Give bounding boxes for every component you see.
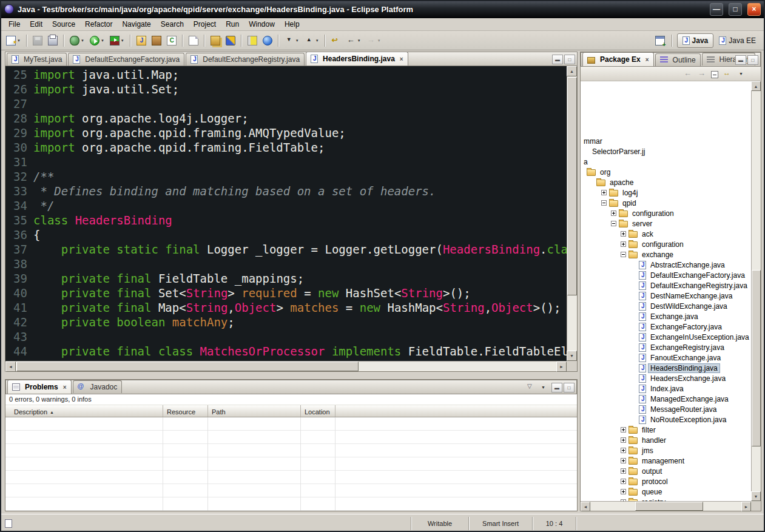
tree-item-managedexchange-java[interactable]: ManagedExchange.java [581,394,751,404]
tree-item-registry[interactable]: registry [581,497,751,501]
run-button[interactable]: ▼ [87,33,107,48]
open-type-button[interactable] [186,33,201,48]
next-annotation-button[interactable]: ▼ [282,33,302,48]
tree-item-fanoutexchange-java[interactable]: FanoutExchange.java [581,352,751,363]
scroll-up-button[interactable]: ▲ [567,66,577,76]
view-menu-icon[interactable] [736,69,746,79]
tree-item-apache[interactable]: apache [581,177,751,187]
open-perspective-button[interactable] [653,33,667,48]
editor-tab-headersbinding-java[interactable]: HeadersBinding.java× [306,52,408,66]
search-button[interactable] [223,33,238,48]
column-header-description[interactable]: Description▲ [5,405,163,417]
menu-item-search[interactable]: Search [156,19,189,30]
perspective-java[interactable]: Java [677,33,714,48]
menu-item-edit[interactable]: Edit [25,19,47,30]
tree-item-output[interactable]: output [581,466,751,476]
tree-item-exchangeinuseexception-java[interactable]: ExchangeInUseException.java [581,332,751,342]
column-header-location[interactable]: Location [301,405,335,417]
tree-item-management[interactable]: management [581,456,751,466]
tree-item-destwildexchange-java[interactable]: DestWildExchange.java [581,301,751,311]
column-header-path[interactable]: Path [208,405,301,417]
minimize-view-button[interactable]: ▬ [552,55,563,64]
expand-icon[interactable] [621,468,626,474]
web-browser-button[interactable] [260,33,275,48]
menu-item-source[interactable]: Source [47,19,80,30]
close-icon[interactable]: × [400,56,403,62]
last-edit-location-button[interactable] [329,33,343,48]
save-button[interactable] [30,33,45,48]
editor-vertical-scrollbar[interactable]: ▲ ▼ [567,66,577,361]
menu-item-help[interactable]: Help [280,19,305,30]
view-tab-package-ex[interactable]: Package Ex× [582,52,654,66]
collapse-icon[interactable] [621,252,626,257]
menu-item-navigate[interactable]: Navigate [117,19,155,30]
tree-item-exchangeregistry-java[interactable]: ExchangeRegistry.java [581,342,751,352]
tree-item-abstractexchange-java[interactable]: AbstractExchange.java [581,260,751,270]
tree-item-ack[interactable]: ack [581,229,751,239]
tree-vertical-scrollbar[interactable]: ▲ ▼ [751,81,761,501]
new-class-button[interactable] [164,33,179,48]
menu-item-project[interactable]: Project [189,19,221,30]
back-button[interactable]: ▼ [344,33,363,48]
scroll-right-button[interactable]: ► [741,502,751,511]
editor-horizontal-scrollbar[interactable]: ◄ ► [5,361,567,371]
view-menu-icon[interactable] [539,383,548,392]
horizontal-scrollbar-thumb[interactable] [635,502,703,511]
tree-item-exchangefactory-java[interactable]: ExchangeFactory.java [581,322,751,332]
tree-item-handler[interactable]: handler [581,435,751,445]
problems-tab-javadoc[interactable]: Javadoc [73,380,123,393]
menu-item-file[interactable]: File [4,19,25,30]
print-button[interactable] [45,33,60,48]
tree-item-defaultexchangeregistry-java[interactable]: DefaultExchangeRegistry.java [581,280,751,291]
expand-icon[interactable] [621,448,626,453]
column-header-resource[interactable]: Resource [163,405,208,417]
maximize-view-button[interactable]: □ [564,383,575,392]
tree-item-destnameexchange-java[interactable]: DestNameExchange.java [581,291,751,301]
tree-item-exchange-java[interactable]: Exchange.java [581,311,751,322]
maximize-view-button[interactable]: □ [564,55,575,64]
expand-icon[interactable] [621,427,626,433]
tree-item-headersbinding-java[interactable]: HeadersBinding.java [581,363,751,373]
scroll-up-button[interactable]: ▲ [751,81,761,91]
filter-icon[interactable] [526,383,536,392]
tree-item-protocol[interactable]: protocol [581,476,751,487]
expand-icon[interactable] [621,489,626,494]
scroll-right-button[interactable]: ► [556,362,567,372]
tree-item-exchange[interactable]: exchange [581,249,751,260]
close-icon[interactable]: × [63,384,67,391]
maximize-button[interactable]: □ [729,3,742,16]
expand-icon[interactable] [611,210,616,216]
expand-icon[interactable] [621,231,626,237]
code-viewport[interactable]: 25import java.util.Map;26import java.uti… [5,67,567,361]
tree-item-qpid[interactable]: qpid [581,198,751,208]
close-button[interactable]: × [747,3,761,16]
collapse-all-icon[interactable] [711,71,718,78]
new-package-button[interactable] [149,33,164,48]
tree-item-jms[interactable]: jms [581,445,751,456]
package-explorer-tree[interactable]: mmarSelectorParser.jjaorgapachelog4jqpid… [581,81,751,501]
menu-item-window[interactable]: Window [244,19,280,30]
minimize-view-button[interactable]: ▬ [551,383,562,392]
scroll-down-button[interactable]: ▼ [751,491,761,501]
tree-item-selectorparser-jj[interactable]: SelectorParser.jj [581,146,751,157]
editor-tab-defaultexchangefactory-java[interactable]: DefaultExchangeFactory.java [68,53,184,66]
debug-button[interactable]: ▼ [67,33,87,48]
maximize-view-button[interactable]: □ [747,55,758,65]
view-tab-outline[interactable]: Outline [655,53,701,66]
minimize-button[interactable]: — [710,3,723,16]
collapse-icon[interactable] [611,221,616,226]
external-tools-button[interactable]: ▼ [107,33,127,48]
close-icon[interactable]: × [645,56,649,63]
previous-annotation-button[interactable]: ▼ [302,33,322,48]
tree-item-configuration[interactable]: configuration [581,208,751,218]
expand-icon[interactable] [621,241,626,247]
forward-button[interactable]: ▼ [364,33,383,48]
tree-item-messagerouter-java[interactable]: MessageRouter.java [581,404,751,414]
scroll-left-button[interactable]: ◄ [581,502,590,511]
tree-item-a[interactable]: a [581,157,751,167]
tree-item-index-java[interactable]: Index.java [581,383,751,394]
tree-item-queue[interactable]: queue [581,487,751,497]
vertical-scrollbar-thumb[interactable] [752,270,761,446]
new-wizard-button[interactable]: ▼ [4,33,23,48]
menu-item-run[interactable]: Run [221,19,244,30]
